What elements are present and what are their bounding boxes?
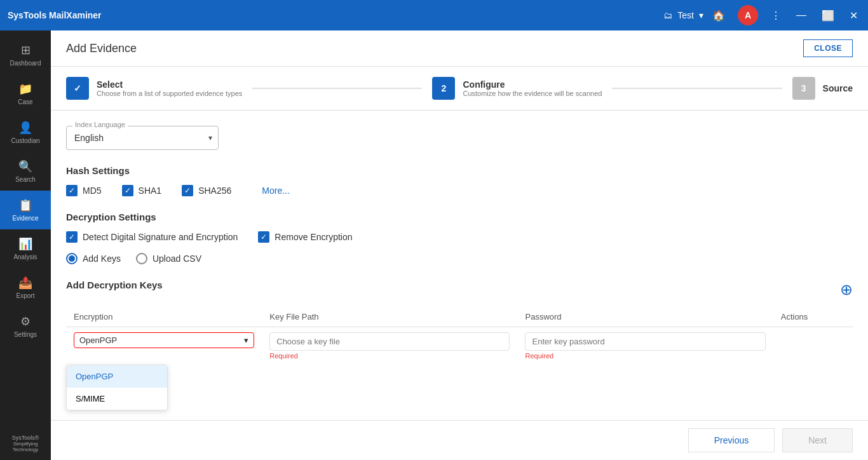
sidebar-label-search: Search [15, 176, 36, 183]
dashboard-icon: ⊞ [21, 43, 31, 57]
step-configure: 2 Configure Customize how the evidence w… [432, 77, 602, 100]
dropdown-caret-icon: ▾ [244, 335, 248, 345]
hash-sha1-item: ✓ SHA1 [122, 185, 162, 196]
sidebar-label-case: Case [18, 98, 32, 105]
col-actions: Actions [773, 307, 853, 327]
step-name-select: Select [97, 79, 242, 90]
step-name-source: Source [823, 83, 853, 93]
encryption-dropdown-menu: OpenPGP S/MIME [66, 365, 168, 410]
main-layout: ⊞ Dashboard 📁 Case 👤 Custodian 🔍 Search … [0, 30, 868, 460]
encryption-dropdown-trigger[interactable]: OpenPGP ▾ [74, 332, 254, 348]
step-info-select: Select Choose from a list of supported e… [97, 79, 242, 97]
table-row: OpenPGP ▾ OpenPGP S/MIME [66, 327, 853, 365]
sidebar-item-dashboard[interactable]: ⊞ Dashboard [0, 36, 51, 74]
hash-sha1-label: SHA1 [139, 186, 162, 196]
search-icon: 🔍 [18, 159, 32, 173]
index-language-select[interactable]: English French German Spanish [66, 126, 219, 150]
analysis-icon: 📊 [18, 237, 32, 251]
hash-settings-title: Hash Settings [66, 165, 853, 176]
remove-enc-checkbox[interactable]: ✓ [258, 231, 269, 243]
title-bar: SysTools MailXaminer 🗂 Test ▾ 🏠 A ⋮ — ⬜ … [0, 0, 868, 30]
sidebar-item-export[interactable]: 📤 Export [0, 268, 51, 307]
page-header: Add Evidence CLOSE [51, 30, 868, 67]
sidebar-item-analysis[interactable]: 📊 Analysis [0, 229, 51, 268]
minimize-button[interactable]: — [794, 7, 809, 24]
window-close-button[interactable]: ✕ [847, 7, 860, 24]
hash-sha1-checkbox[interactable]: ✓ [122, 185, 133, 196]
step-desc-configure: Customize how the evidence will be scann… [463, 90, 602, 97]
export-icon: 📤 [18, 276, 32, 290]
menu-button[interactable]: ⋮ [768, 7, 783, 24]
index-language-label: Index Language [72, 121, 128, 128]
hash-md5-checkbox[interactable]: ✓ [66, 185, 78, 196]
sidebar-item-search[interactable]: 🔍 Search [0, 152, 51, 191]
decrypt-keys-header: Add Decryption Keys ⊕ [66, 280, 853, 299]
hash-md5-label: MD5 [83, 186, 102, 196]
app-title: SysTools MailXaminer [8, 10, 657, 20]
form-content: Index Language English French German Spa… [51, 111, 868, 420]
col-password: Password [517, 307, 773, 327]
maximize-button[interactable]: ⬜ [819, 7, 837, 24]
add-key-button[interactable]: ⊕ [840, 281, 853, 299]
step-line-1 [252, 88, 422, 89]
encryption-cell: OpenPGP ▾ OpenPGP S/MIME [66, 327, 262, 365]
title-bar-controls: 🏠 A ⋮ — ⬜ ✕ [710, 5, 860, 25]
radio-add-keys-circle [66, 253, 78, 264]
actions-cell [773, 327, 853, 365]
home-button[interactable]: 🏠 [710, 7, 728, 24]
dropdown-arrow-icon[interactable]: ▾ [699, 10, 703, 20]
next-button[interactable]: Next [782, 428, 853, 452]
decryption-settings-title: Decryption Settings [66, 212, 853, 222]
key-file-path-cell: Required [262, 327, 517, 365]
sidebar-item-evidence[interactable]: 📋 Evidence [0, 191, 51, 229]
sidebar-label-export: Export [17, 292, 35, 299]
radio-add-keys[interactable]: Add Keys [66, 253, 121, 264]
step-info-source: Source [823, 83, 853, 93]
index-language-group: Index Language English French German Spa… [66, 126, 853, 150]
password-cell: Required [517, 327, 773, 365]
hash-sha256-item: ✓ SHA256 [182, 185, 231, 196]
avatar[interactable]: A [738, 5, 758, 25]
radio-upload-csv[interactable]: Upload CSV [136, 253, 201, 264]
hash-checkbox-row: ✓ MD5 ✓ SHA1 ✓ SHA256 [66, 185, 853, 196]
step-source: 3 Source [792, 77, 853, 100]
step-line-2 [612, 88, 782, 89]
add-decryption-keys-title: Add Decryption Keys [66, 280, 163, 290]
page-title: Add Evidence [66, 42, 137, 55]
key-file-path-input[interactable] [269, 332, 510, 351]
settings-icon: ⚙ [20, 315, 31, 328]
step-circle-configure: 2 [432, 77, 455, 100]
encryption-selected: OpenPGP [79, 335, 117, 345]
content-area: Add Evidence CLOSE ✓ Select Choose from … [51, 30, 868, 460]
step-select: ✓ Select Choose from a list of supported… [66, 77, 242, 100]
radio-upload-csv-label: Upload CSV [153, 254, 201, 264]
sidebar-item-custodian[interactable]: 👤 Custodian [0, 113, 51, 152]
hash-settings-group: Hash Settings ✓ MD5 ✓ SHA1 [66, 165, 853, 196]
sidebar-item-settings[interactable]: ⚙ Settings [0, 307, 51, 346]
step-name-configure: Configure [463, 79, 602, 90]
detect-sig-item: ✓ Detect Digital Signature and Encryptio… [66, 231, 238, 243]
decryption-settings-group: Decryption Settings ✓ Detect Digital Sig… [66, 212, 853, 264]
add-decryption-keys-group: Add Decryption Keys ⊕ Encryption Key Fil… [66, 280, 853, 365]
sidebar-item-case[interactable]: 📁 Case [0, 74, 51, 113]
radio-add-keys-label: Add Keys [83, 254, 121, 264]
key-password-input[interactable] [525, 332, 765, 351]
remove-enc-item: ✓ Remove Encryption [258, 231, 352, 243]
bottom-nav: Previous Next [51, 420, 868, 460]
dropdown-item-openpgp[interactable]: OpenPGP [67, 365, 167, 388]
decryption-checkbox-row: ✓ Detect Digital Signature and Encryptio… [66, 231, 853, 243]
hash-sha256-checkbox[interactable]: ✓ [182, 185, 193, 196]
index-language-wrapper: Index Language English French German Spa… [66, 126, 219, 150]
sidebar-label-analysis: Analysis [13, 254, 37, 260]
table-header-row: Encryption Key File Path Password Action… [66, 307, 853, 327]
key-file-required: Required [269, 352, 510, 360]
password-required: Required [525, 352, 765, 360]
detect-sig-checkbox[interactable]: ✓ [66, 231, 78, 243]
project-name: Test [677, 10, 694, 20]
dropdown-item-smime[interactable]: S/MIME [67, 388, 167, 410]
close-button[interactable]: CLOSE [803, 39, 853, 57]
step-circle-source: 3 [792, 77, 815, 100]
sidebar: ⊞ Dashboard 📁 Case 👤 Custodian 🔍 Search … [0, 30, 51, 460]
previous-button[interactable]: Previous [688, 428, 775, 452]
more-hash-link[interactable]: More... [262, 186, 290, 196]
